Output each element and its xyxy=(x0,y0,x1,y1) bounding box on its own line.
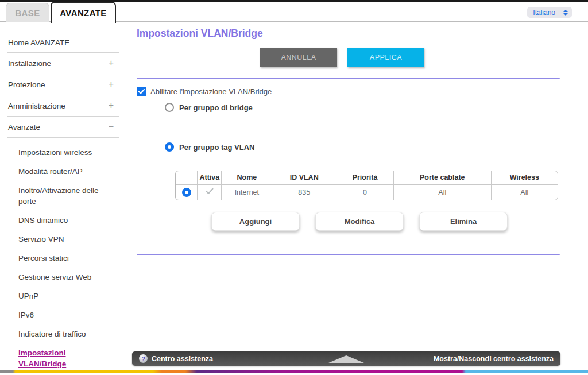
add-button[interactable]: Aggiungi xyxy=(211,212,300,231)
language-select[interactable]: Italiano xyxy=(527,7,572,18)
sidebar-subitem-indicatore-di-traffico[interactable]: Indicatore di traffico xyxy=(18,328,106,339)
col-wireless: Wireless xyxy=(491,171,558,184)
vlan-tag-group-label: Per gruppo tag VLAN xyxy=(179,143,254,152)
sidebar-item-amministrazione[interactable]: Amministrazione + xyxy=(7,95,119,117)
brand-color-strip xyxy=(0,370,588,373)
sidebar-item-label: Protezione xyxy=(8,80,45,89)
sidebar-subitem-gestione-servizi-web[interactable]: Gestione servizi Web xyxy=(18,272,106,283)
vlan-tag-group-radio[interactable] xyxy=(165,142,174,152)
sidebar-subitem-inoltro-attivazione-porte[interactable]: Inoltro/Attivazione delle porte xyxy=(18,185,106,207)
vlan-table: Attiva Nome ID VLAN Priorità Porte cabla… xyxy=(175,171,558,200)
sidebar-subitem-upnp[interactable]: UPnP xyxy=(18,291,106,301)
chevron-up-down-icon xyxy=(563,10,568,16)
apply-button[interactable]: APPLICA xyxy=(347,48,424,67)
expand-triangle-icon[interactable] xyxy=(328,355,364,363)
check-icon xyxy=(138,89,145,94)
enable-vlan-checkbox[interactable] xyxy=(137,87,146,96)
sidebar-subitem-percorsi-statici[interactable]: Percorsi statici xyxy=(18,253,106,264)
table-actions-row: Aggiungi Modifica Elimina xyxy=(211,212,560,231)
cell-wireless: All xyxy=(491,184,558,200)
cell-priorita: 0 xyxy=(336,184,394,200)
row-select-radio[interactable] xyxy=(182,188,191,197)
col-porte-cablate: Porte cablate xyxy=(393,171,491,184)
language-select-value: Italiano xyxy=(533,9,555,17)
plus-expander-icon[interactable]: + xyxy=(109,79,114,90)
sidebar-subitem-impostazioni-wireless[interactable]: Impostazioni wireless xyxy=(18,147,106,158)
enable-vlan-row: Abilitare l'impostazione VLAN/Bridge xyxy=(137,87,560,96)
top-header: BASE AVANZATE Italiano xyxy=(0,2,588,22)
sidebar-subitem-modalita-router-ap[interactable]: Modalità router/AP xyxy=(18,166,106,177)
col-attiva: Attiva xyxy=(198,171,222,184)
sidebar-subitem-ipv6[interactable]: IPv6 xyxy=(18,310,106,320)
plus-expander-icon[interactable]: + xyxy=(109,58,114,68)
sidebar-item-protezione[interactable]: Protezione + xyxy=(7,74,119,95)
sidebar-item-installazione[interactable]: Installazione + xyxy=(7,53,119,74)
bridge-group-row: Per gruppo di bridge xyxy=(165,103,560,112)
section-divider-bottom xyxy=(137,254,560,255)
sidebar-subitem-dns-dinamico[interactable]: DNS dinamico xyxy=(18,215,106,226)
table-row[interactable]: Internet 835 0 All All xyxy=(176,184,558,200)
vlan-table-header-row: Attiva Nome ID VLAN Priorità Porte cabla… xyxy=(176,171,558,184)
col-nome: Nome xyxy=(222,171,272,184)
tab-base[interactable]: BASE xyxy=(6,3,49,22)
delete-button[interactable]: Elimina xyxy=(419,212,508,231)
sidebar-nav: Home AVANZATE Installazione + Protezione… xyxy=(0,22,125,375)
plus-expander-icon[interactable]: + xyxy=(109,100,114,111)
section-divider-top xyxy=(137,78,560,79)
apply-cancel-row: ANNULLA APPLICA xyxy=(137,48,560,67)
cell-nome: Internet xyxy=(222,184,272,200)
help-center-label: Centro assistenza xyxy=(152,355,213,363)
sidebar-item-avanzate[interactable]: Avanzate − xyxy=(7,117,119,138)
main-content: Impostazioni VLAN/Bridge ANNULLA APPLICA… xyxy=(125,22,560,255)
tab-avanzate[interactable]: AVANZATE xyxy=(51,2,116,23)
sidebar-subitem-servizio-vpn[interactable]: Servizio VPN xyxy=(18,234,106,245)
bridge-group-radio[interactable] xyxy=(165,103,174,112)
sidebar-item-label: Avanzate xyxy=(8,123,40,132)
sidebar-item-label: Home AVANZATE xyxy=(8,38,69,47)
minus-expander-icon[interactable]: − xyxy=(109,122,114,132)
cell-id-vlan: 835 xyxy=(272,184,336,200)
bridge-group-label: Per gruppo di bridge xyxy=(179,103,253,112)
help-center-bar[interactable]: ? Centro assistenza Mostra/Nascondi cent… xyxy=(132,351,560,366)
col-priorita: Priorità xyxy=(336,171,394,184)
edit-button[interactable]: Modifica xyxy=(315,212,404,231)
attiva-check-icon xyxy=(206,188,214,195)
enable-vlan-label: Abilitare l'impostazione VLAN/Bridge xyxy=(150,87,272,96)
sidebar-item-label: Amministrazione xyxy=(8,102,65,110)
col-id-vlan: ID VLAN xyxy=(272,171,336,184)
sidebar-item-home-avanzate[interactable]: Home AVANZATE xyxy=(7,33,119,53)
page-title: Impostazioni VLAN/Bridge xyxy=(137,28,560,40)
cell-porte-cablate: All xyxy=(393,184,491,200)
sidebar-item-label: Installazione xyxy=(8,59,51,68)
help-toggle-label[interactable]: Mostra/Nascondi centro assistenza xyxy=(434,355,554,363)
cancel-button[interactable]: ANNULLA xyxy=(260,48,337,67)
vlan-tag-group-row: Per gruppo tag VLAN xyxy=(165,142,560,152)
sidebar-subitem-impostazioni-vlan-bridge[interactable]: Impostazioni VLAN/Bridge xyxy=(18,347,86,369)
col-select xyxy=(176,171,198,184)
help-icon: ? xyxy=(139,354,148,363)
sidebar-subnav: Impostazioni wireless Modalità router/AP… xyxy=(18,147,125,369)
